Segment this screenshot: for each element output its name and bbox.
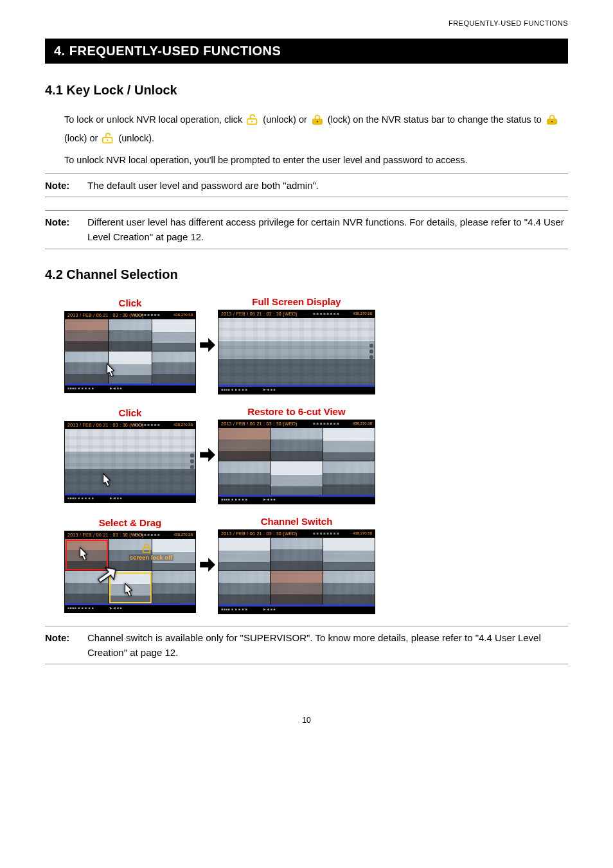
lock-icon [546, 114, 558, 130]
note-2: Note: Different user level has different… [45, 210, 568, 249]
svg-point-0 [251, 121, 253, 122]
rate: 438,270.58 [173, 313, 193, 317]
side-icons [190, 454, 194, 475]
note-text: The default user level and password are … [87, 178, 568, 193]
rate: 438,270.58 [353, 421, 372, 425]
figure-left: Click 2013 / FEB / 06 21 : 03 : 30 (WED)… [64, 407, 196, 503]
arrow-icon [196, 447, 218, 463]
overlay-text-screen-lock: screen lock off [129, 554, 173, 561]
fig-label: Click [119, 407, 142, 418]
note-1: Note: The default user level and passwor… [45, 173, 568, 197]
fig-label: Click [119, 297, 142, 308]
paragraph-lock-instruction: To lock or unlock NVR local operation, c… [64, 112, 568, 148]
rate: 438,270.58 [173, 533, 193, 536]
text: (unlock) or [263, 114, 310, 125]
note-label: Note: [45, 178, 87, 193]
figure-left: Click 2013 / FEB / 06 21 : 03 : 30 (WED)… [64, 297, 196, 393]
screenshot-select-drag: 2013 / FEB / 06 21 : 03 : 30 (WED)■ ■ ■ … [64, 531, 196, 613]
rate: 438,270.58 [353, 531, 372, 535]
heading-4-1: 4.1 Key Lock / Unlock [45, 83, 568, 98]
fig-label: Restore to 6-cut View [247, 406, 345, 417]
figure-channel-selection: Click 2013 / FEB / 06 21 : 03 : 30 (WED)… [64, 296, 568, 614]
screenshot-fullscreen: 2013 / FEB / 06 21 : 03 : 30 (WED)■ ■ ■ … [218, 310, 375, 394]
drag-arrow-icon [96, 565, 118, 587]
timestamp: 2013 / FEB / 06 21 : 03 : 30 (WED) [221, 312, 298, 316]
arrow-icon [196, 337, 218, 353]
timestamp: 2013 / FEB / 06 21 : 03 : 30 (WED) [67, 313, 144, 317]
svg-point-1 [317, 121, 318, 122]
figure-row-1: Click 2013 / FEB / 06 21 : 03 : 30 (WED)… [64, 296, 568, 394]
text: (lock) on the NVR status bar to change t… [328, 114, 544, 125]
lock-overlay-icon [141, 543, 152, 553]
text: To lock or unlock NVR local operation, c… [64, 114, 245, 125]
side-icons [369, 344, 373, 365]
fig-label: Full Screen Display [252, 296, 341, 307]
text: (unlock). [118, 133, 154, 143]
cursor-icon [98, 472, 115, 490]
body-4-1: To lock or unlock NVR local operation, c… [64, 112, 568, 168]
note-text: Different user level has different acces… [87, 215, 568, 245]
lock-icon [311, 114, 324, 130]
unlock-icon [246, 114, 259, 130]
cursor-icon [120, 581, 137, 599]
figure-row-3: Select & Drag 2013 / FEB / 06 21 : 03 : … [64, 516, 568, 614]
text: (lock) or [64, 133, 100, 143]
unlock-icon [102, 132, 114, 149]
screenshot-channel-switched: 2013 / FEB / 06 21 : 03 : 30 (WED)■ ■ ■ … [218, 529, 375, 614]
timestamp: 2013 / FEB / 06 21 : 03 : 30 (WED) [221, 531, 298, 536]
note-text: Channel switch is available only for "SU… [87, 630, 568, 660]
note-label: Note: [45, 630, 87, 660]
rate: 438,270.58 [353, 312, 372, 315]
fig-label: Channel Switch [261, 516, 333, 527]
note-label: Note: [45, 215, 87, 245]
timestamp: 2013 / FEB / 06 21 : 03 : 30 (WED) [221, 421, 298, 426]
figure-right: Channel Switch 2013 / FEB / 06 21 : 03 :… [218, 516, 375, 614]
arrow-icon [196, 556, 218, 573]
svg-point-3 [107, 139, 108, 141]
figure-right: Full Screen Display 2013 / FEB / 06 21 :… [218, 296, 375, 394]
running-header: FREQUENTLY-USED FUNCTIONS [449, 19, 568, 27]
figure-left: Select & Drag 2013 / FEB / 06 21 : 03 : … [64, 517, 196, 613]
rate: 438,270.58 [173, 423, 193, 427]
paragraph-unlock-prompt: To unlock NVR local operation, you'll be… [64, 152, 568, 168]
timestamp: 2013 / FEB / 06 21 : 03 : 30 (WED) [67, 423, 144, 427]
svg-point-2 [551, 121, 553, 122]
timestamp: 2013 / FEB / 06 21 : 03 : 30 (WED) [67, 533, 144, 537]
screenshot-6cut-click: 2013 / FEB / 06 21 : 03 : 30 (WED)■ ■ ■ … [64, 311, 196, 393]
page: FREQUENTLY-USED FUNCTIONS 4. FREQUENTLY-… [0, 0, 613, 868]
screenshot-6cut-restored: 2013 / FEB / 06 21 : 03 : 30 (WED)■ ■ ■ … [218, 420, 375, 504]
cursor-icon [75, 545, 92, 563]
screenshot-single-click: 2013 / FEB / 06 21 : 03 : 30 (WED)■ ■ ■ … [64, 421, 196, 503]
heading-4-2: 4.2 Channel Selection [45, 267, 568, 282]
note-3: Note: Channel switch is available only f… [45, 626, 568, 665]
section-title-bar: 4. FREQUENTLY-USED FUNCTIONS [45, 39, 568, 64]
figure-row-2: Click 2013 / FEB / 06 21 : 03 : 30 (WED)… [64, 406, 568, 504]
figure-right: Restore to 6-cut View 2013 / FEB / 06 21… [218, 406, 375, 504]
page-number: 10 [45, 716, 568, 725]
cursor-icon [102, 362, 119, 380]
fig-label: Select & Drag [99, 517, 162, 528]
